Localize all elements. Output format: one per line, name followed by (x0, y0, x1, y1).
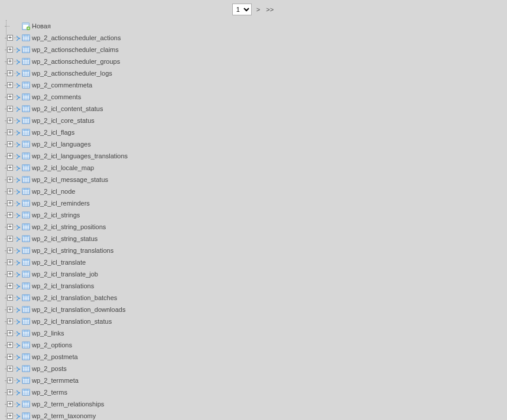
expand-icon[interactable]: + (7, 295, 13, 301)
table-label[interactable]: wp_2_actionscheduler_logs (32, 70, 112, 77)
tree-node-table[interactable]: + wp_2_icl_translation_downloads (1, 304, 128, 315)
expand-icon[interactable]: + (7, 94, 13, 100)
expand-icon[interactable]: + (7, 106, 13, 112)
table-label[interactable]: wp_2_icl_reminders (32, 200, 90, 207)
tree-node-table[interactable]: + wp_2_links (1, 327, 128, 339)
expand-icon[interactable]: + (7, 389, 13, 395)
tree-node-table[interactable]: + wp_2_actionscheduler_groups (1, 56, 128, 67)
new-table-label[interactable]: Новая (32, 22, 51, 30)
expand-icon[interactable]: + (7, 118, 13, 123)
table-label[interactable]: wp_2_postmeta (32, 353, 78, 360)
tree-node-table[interactable]: + wp_2_actionscheduler_actions (1, 32, 128, 44)
expand-icon[interactable]: + (7, 307, 13, 312)
table-label[interactable]: wp_2_options (32, 341, 72, 349)
expand-icon[interactable]: + (7, 259, 13, 265)
expand-icon[interactable]: + (7, 354, 13, 360)
tree-node-table[interactable]: + wp_2_actionscheduler_claims (1, 44, 128, 56)
tree-node-table[interactable]: + wp_2_term_relationships (1, 398, 128, 410)
expand-icon[interactable]: + (7, 318, 13, 324)
tree-node-new-table[interactable]: Новая (1, 20, 128, 32)
table-label[interactable]: wp_2_commentmeta (32, 82, 92, 89)
table-label[interactable]: wp_2_icl_translation_status (32, 318, 112, 325)
expand-icon[interactable]: + (7, 35, 13, 41)
table-label[interactable]: wp_2_termmeta (32, 377, 79, 384)
expand-icon[interactable]: + (7, 224, 13, 230)
expand-icon[interactable]: + (7, 271, 13, 277)
expand-icon[interactable]: + (7, 342, 13, 348)
expand-icon[interactable]: + (7, 47, 13, 53)
table-label[interactable]: wp_2_term_taxonomy (32, 412, 96, 419)
expand-icon[interactable]: + (7, 413, 13, 419)
tree-node-table[interactable]: + wp_2_comments (1, 91, 128, 103)
table-label[interactable]: wp_2_icl_translations (32, 282, 94, 289)
tree-node-table[interactable]: + wp_2_icl_locale_map (1, 162, 128, 174)
expand-icon[interactable]: + (7, 165, 13, 171)
expand-icon[interactable]: + (7, 188, 13, 194)
table-label[interactable]: wp_2_icl_strings (32, 211, 80, 219)
table-label[interactable]: wp_2_icl_translation_batches (32, 294, 117, 301)
table-label[interactable]: wp_2_icl_message_status (32, 176, 108, 183)
expand-icon[interactable]: + (7, 58, 13, 64)
table-label[interactable]: wp_2_icl_core_status (32, 117, 95, 124)
table-label[interactable]: wp_2_icl_translate (32, 259, 86, 266)
tree-node-table[interactable]: + wp_2_commentmeta (1, 79, 128, 91)
tree-node-table[interactable]: + wp_2_icl_translations (1, 280, 128, 292)
expand-icon[interactable]: + (7, 248, 13, 253)
expand-icon[interactable]: + (7, 283, 13, 289)
tree-node-table[interactable]: + wp_2_icl_content_status (1, 103, 128, 115)
expand-icon[interactable]: + (7, 401, 13, 407)
tree-node-table[interactable]: + wp_2_icl_core_status (1, 115, 128, 126)
table-label[interactable]: wp_2_icl_languages_translations (32, 152, 128, 159)
tree-node-table[interactable]: + wp_2_icl_flags (1, 126, 128, 138)
table-label[interactable]: wp_2_actionscheduler_groups (32, 58, 120, 65)
table-label[interactable]: wp_2_icl_string_positions (32, 223, 106, 230)
tree-node-table[interactable]: + wp_2_icl_translate (1, 256, 128, 268)
tree-node-table[interactable]: + wp_2_term_taxonomy (1, 410, 128, 420)
tree-node-table[interactable]: + wp_2_postmeta (1, 351, 128, 363)
expand-icon[interactable]: + (7, 153, 13, 159)
expand-icon[interactable]: + (7, 330, 13, 336)
tree-node-table[interactable]: + wp_2_termmeta (1, 375, 128, 386)
tree-node-table[interactable]: + wp_2_icl_message_status (1, 174, 128, 185)
page-select[interactable]: 1 (232, 4, 252, 15)
table-label[interactable]: wp_2_icl_translate_job (32, 271, 98, 278)
expand-icon[interactable]: + (7, 236, 13, 242)
table-label[interactable]: wp_2_posts (32, 365, 67, 372)
expand-icon[interactable]: + (7, 212, 13, 218)
tree-node-table[interactable]: + wp_2_icl_string_translations (1, 245, 128, 256)
tree-node-table[interactable]: + wp_2_icl_reminders (1, 197, 128, 209)
table-label[interactable]: wp_2_icl_flags (32, 129, 74, 136)
expand-icon[interactable]: + (7, 377, 13, 383)
expand-icon[interactable]: + (7, 82, 13, 88)
table-label[interactable]: wp_2_links (32, 330, 64, 337)
expand-icon[interactable]: + (7, 129, 13, 135)
tree-node-table[interactable]: + wp_2_icl_node (1, 185, 128, 197)
table-label[interactable]: wp_2_icl_translation_downloads (32, 306, 125, 313)
expand-icon[interactable]: + (7, 200, 13, 206)
tree-node-table[interactable]: + wp_2_terms (1, 386, 128, 398)
tree-node-table[interactable]: + wp_2_icl_translate_job (1, 268, 128, 280)
tree-node-table[interactable]: + wp_2_icl_translation_batches (1, 292, 128, 304)
last-page-button[interactable]: >> (265, 6, 275, 13)
tree-node-table[interactable]: + wp_2_actionscheduler_logs (1, 67, 128, 79)
tree-node-table[interactable]: + wp_2_icl_string_positions (1, 221, 128, 233)
expand-icon[interactable]: + (7, 70, 13, 76)
tree-node-table[interactable]: + wp_2_options (1, 339, 128, 351)
table-label[interactable]: wp_2_term_relationships (32, 401, 104, 408)
table-label[interactable]: wp_2_icl_content_status (32, 105, 103, 112)
table-label[interactable]: wp_2_icl_node (32, 188, 75, 195)
tree-node-table[interactable]: + wp_2_icl_languages_translations (1, 150, 128, 162)
tree-node-table[interactable]: + wp_2_posts (1, 363, 128, 375)
tree-node-table[interactable]: + wp_2_icl_string_status (1, 233, 128, 245)
table-label[interactable]: wp_2_icl_string_translations (32, 247, 113, 254)
table-label[interactable]: wp_2_terms (32, 389, 67, 396)
table-label[interactable]: wp_2_icl_languages (32, 141, 91, 148)
expand-icon[interactable]: + (7, 141, 13, 147)
tree-node-table[interactable]: + wp_2_icl_strings (1, 209, 128, 221)
table-label[interactable]: wp_2_icl_string_status (32, 235, 98, 242)
table-label[interactable]: wp_2_actionscheduler_actions (32, 34, 121, 41)
tree-node-table[interactable]: + wp_2_icl_translation_status (1, 315, 128, 327)
expand-icon[interactable]: + (7, 177, 13, 183)
tree-node-table[interactable]: + wp_2_icl_languages (1, 138, 128, 150)
table-label[interactable]: wp_2_comments (32, 93, 81, 100)
